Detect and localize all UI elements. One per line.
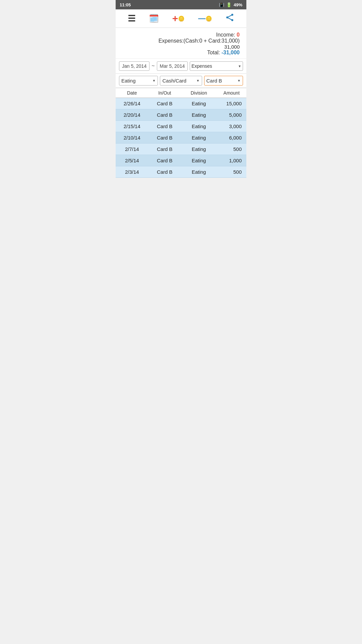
payment-method-filter-select[interactable]: Cash/Card ▼ <box>160 76 202 86</box>
account-filter-arrow: ▼ <box>237 79 241 83</box>
expenses-value: 31,000 <box>224 44 240 50</box>
cell-amount: 6,000 <box>217 135 246 141</box>
table-row[interactable]: 2/7/14 Card B Eating 500 <box>116 144 246 155</box>
income-value: 0 <box>237 32 240 38</box>
col-division: Division <box>181 90 217 96</box>
end-date-value: Mar 5, 2014 <box>160 63 185 69</box>
table-row[interactable]: 2/5/14 Card B Eating 1,000 <box>116 155 246 166</box>
account-filter-value: Card B <box>206 78 222 84</box>
cell-division: Eating <box>181 135 217 141</box>
cell-division: Eating <box>181 169 217 175</box>
table-row[interactable]: 2/26/14 Card B Eating 15,000 <box>116 98 246 109</box>
cell-amount: 3,000 <box>217 123 246 129</box>
payment-method-arrow: ▼ <box>196 79 200 83</box>
end-date-picker[interactable]: Mar 5, 2014 <box>157 61 188 71</box>
total-row: Total: -31,000 <box>122 50 240 56</box>
add-button[interactable]: + 🪙 <box>172 13 185 24</box>
col-amount: Amount <box>217 90 246 96</box>
transactions-table: Date In/Out Division Amount 2/26/14 Card… <box>116 88 246 178</box>
cell-amount: 5,000 <box>217 112 246 118</box>
cell-division: Eating <box>181 123 217 129</box>
account-filter-select[interactable]: Card B ▼ <box>204 76 243 86</box>
table-row[interactable]: 2/20/14 Card B Eating 5,000 <box>116 109 246 121</box>
type-filter-value: Expenses <box>191 63 212 69</box>
cell-division: Eating <box>181 158 217 163</box>
vibrate-icon: 📳 <box>219 2 224 7</box>
cell-inout: Card B <box>148 146 181 152</box>
coin-sub-icon: 🪙 <box>205 15 212 22</box>
cell-amount: 500 <box>217 146 246 152</box>
hamburger-icon: ☰ <box>128 14 135 23</box>
status-time: 11:05 <box>120 2 131 7</box>
subtract-button[interactable]: — 🪙 <box>198 14 212 23</box>
cell-inout: Card B <box>148 112 181 118</box>
cell-date: 2/5/14 <box>116 158 148 163</box>
cell-date: 2/15/14 <box>116 123 148 129</box>
battery-icon: 🔋 <box>226 2 232 7</box>
coin-add-icon: 🪙 <box>178 15 185 22</box>
cell-inout: Card B <box>148 123 181 129</box>
share-button[interactable] <box>226 14 234 23</box>
division-filter-value: Eating <box>121 78 136 84</box>
cell-date: 2/20/14 <box>116 112 148 118</box>
table-header-row: Date In/Out Division Amount <box>116 88 246 98</box>
add-icon: + <box>172 13 178 24</box>
calendar-button[interactable]: 🗓️ <box>149 14 159 23</box>
division-filter-arrow: ▼ <box>153 79 156 83</box>
subtract-icon: — <box>198 14 205 23</box>
col-date: Date <box>116 90 148 96</box>
share-icon <box>226 14 234 23</box>
cell-amount: 15,000 <box>217 101 246 106</box>
cell-division: Eating <box>181 101 217 106</box>
start-date-picker[interactable]: Jan 5, 2014 <box>119 61 149 71</box>
cell-division: Eating <box>181 146 217 152</box>
expenses-label: Expenses:(Cash:0 + Card:31,000) <box>159 38 240 44</box>
cell-amount: 500 <box>217 169 246 175</box>
income-label: Income: <box>216 32 235 38</box>
cell-inout: Card B <box>148 101 181 106</box>
cell-inout: Card B <box>148 135 181 141</box>
type-filter-select[interactable]: Expenses ▼ <box>190 61 243 71</box>
menu-button[interactable]: ☰ <box>128 14 135 23</box>
start-date-value: Jan 5, 2014 <box>122 63 146 69</box>
svg-line-4 <box>227 17 232 20</box>
income-row: Income: 0 <box>122 32 240 38</box>
battery-level: 49% <box>234 2 242 7</box>
date-separator: ~ <box>152 63 155 69</box>
status-bar: 11:05 📳 🔋 49% <box>116 0 246 9</box>
table-row[interactable]: 2/3/14 Card B Eating 500 <box>116 166 246 178</box>
category-filter-row: Eating ▼ Cash/Card ▼ Card B ▼ <box>116 74 246 88</box>
toolbar: ☰ 🗓️ + 🪙 — 🪙 <box>116 9 246 28</box>
cell-date: 2/7/14 <box>116 146 148 152</box>
cell-inout: Card B <box>148 169 181 175</box>
cell-date: 2/10/14 <box>116 135 148 141</box>
expenses-row: Expenses:(Cash:0 + Card:31,000) <box>122 38 240 44</box>
cell-division: Eating <box>181 112 217 118</box>
cell-date: 2/3/14 <box>116 169 148 175</box>
table-row[interactable]: 2/15/14 Card B Eating 3,000 <box>116 121 246 132</box>
total-label: Total: <box>207 50 220 55</box>
payment-method-value: Cash/Card <box>162 78 186 84</box>
type-filter-arrow: ▼ <box>238 64 241 68</box>
calendar-icon: 🗓️ <box>149 14 159 23</box>
cell-inout: Card B <box>148 158 181 163</box>
summary-section: Income: 0 Expenses:(Cash:0 + Card:31,000… <box>116 28 246 59</box>
table-row[interactable]: 2/10/14 Card B Eating 6,000 <box>116 132 246 144</box>
filter-row: Jan 5, 2014 ~ Mar 5, 2014 Expenses ▼ <box>116 59 246 74</box>
col-inout: In/Out <box>148 90 181 96</box>
svg-line-3 <box>227 15 232 17</box>
cell-date: 2/26/14 <box>116 101 148 106</box>
total-value: -31,000 <box>222 50 240 55</box>
division-filter-select[interactable]: Eating ▼ <box>119 76 158 86</box>
cell-amount: 1,000 <box>217 158 246 163</box>
